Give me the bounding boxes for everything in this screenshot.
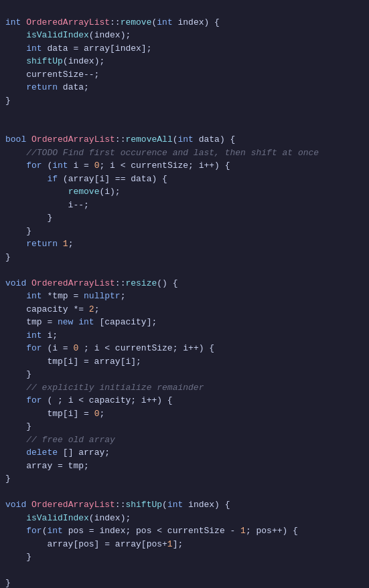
code-line: //TODO Find first occurence and last, th… bbox=[0, 146, 369, 160]
code-line: } bbox=[0, 420, 369, 433]
code-line: tmp[i] = array[i]; bbox=[0, 355, 369, 369]
code-line: array[pos] = array[pos+1]; bbox=[0, 538, 369, 551]
code-line: } bbox=[0, 577, 369, 588]
code-line: int *tmp = nullptr; bbox=[0, 290, 369, 303]
code-line: delete [] array; bbox=[0, 446, 369, 460]
code-line: void OrderedArrayList::resize() { bbox=[0, 277, 369, 290]
code-line: array = tmp; bbox=[0, 460, 369, 473]
code-line: return 1; bbox=[0, 237, 369, 251]
code-line: capacity *= 2; bbox=[0, 303, 369, 316]
code-line: for (int i = 0; i < currentSize; i++) { bbox=[0, 159, 369, 173]
code-line: for (i = 0 ; i < currentSize; i++) { bbox=[0, 342, 369, 355]
code-line bbox=[0, 107, 369, 120]
code-line: remove(i); bbox=[0, 185, 369, 199]
code-line: return data; bbox=[0, 81, 369, 94]
code-line: for(int pos = index; pos < currentSize -… bbox=[0, 524, 369, 538]
code-line: } bbox=[0, 94, 369, 108]
code-line: } bbox=[0, 551, 369, 564]
code-editor: int OrderedArrayList::remove(int index) … bbox=[0, 0, 369, 588]
code-line: } bbox=[0, 251, 369, 264]
code-line bbox=[0, 486, 369, 499]
code-line: isValidIndex(index); bbox=[0, 512, 369, 525]
code-line: i--; bbox=[0, 199, 369, 212]
code-line: } bbox=[0, 368, 369, 381]
code-line: } bbox=[0, 472, 369, 486]
code-line: } bbox=[0, 211, 369, 225]
code-line: int i; bbox=[0, 329, 369, 342]
code-line: } bbox=[0, 225, 369, 238]
code-line: tmp = new int [capacity]; bbox=[0, 316, 369, 329]
code-line: for ( ; i < capacity; i++) { bbox=[0, 394, 369, 407]
code-line: int data = array[index]; bbox=[0, 42, 369, 56]
code-line: int OrderedArrayList::remove(int index) … bbox=[0, 16, 369, 29]
code-line: // explicitly initialize remainder bbox=[0, 381, 369, 395]
code-line: if (array[i] == data) { bbox=[0, 173, 369, 186]
code-line bbox=[0, 264, 369, 277]
code-line: bool OrderedArrayList::removeAll(int dat… bbox=[0, 133, 369, 146]
code-line bbox=[0, 564, 369, 577]
code-line: // free old array bbox=[0, 433, 369, 447]
code-line: currentSize--; bbox=[0, 68, 369, 82]
code-line: isValidIndex(index); bbox=[0, 29, 369, 42]
code-line: shiftUp(index); bbox=[0, 55, 369, 68]
code-line: void OrderedArrayList::shiftUp(int index… bbox=[0, 498, 369, 512]
code-line: tmp[i] = 0; bbox=[0, 407, 369, 421]
code-line bbox=[0, 120, 369, 134]
